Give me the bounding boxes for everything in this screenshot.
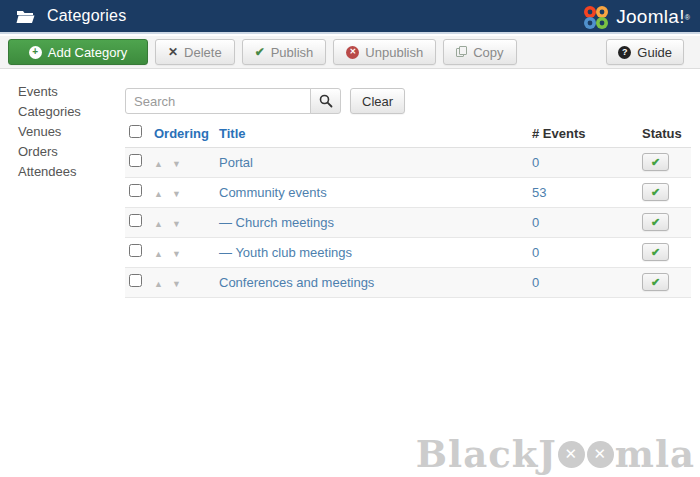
logo-trademark: ® [685,14,690,21]
watermark-text-prefix: BlackJ [416,432,557,476]
watermark-o-icon: ✕ [558,441,585,468]
check-icon: ✔ [651,217,660,228]
toolbar: + Add Category ✕ Delete ✔ Publish ✕ Unpu… [0,36,700,69]
move-up-icon[interactable]: ▲ [154,160,163,169]
table-row: ▲▼ Conferences and meetings 0 ✔ [125,267,691,297]
top-header-bar: Categories Joomla!® [0,0,700,34]
blackjoomla-watermark: BlackJ✕✕mla [416,432,695,476]
status-column-header: Status [638,120,691,147]
copy-button[interactable]: Copy [443,39,516,65]
unpublish-button[interactable]: ✕ Unpublish [333,39,436,65]
row-select-checkbox[interactable] [129,184,142,197]
move-up-icon[interactable]: ▲ [154,190,163,199]
table-row: ▲▼ Community events 53 ✔ [125,177,691,207]
event-count-link[interactable]: 0 [532,275,539,290]
watermark-o-icon: ✕ [587,441,614,468]
unpublish-circle-x-icon: ✕ [346,46,359,59]
sort-ordering-link[interactable]: Ordering [154,126,209,141]
status-published-button[interactable]: ✔ [642,213,669,231]
guide-button[interactable]: ? Guide [606,39,684,65]
row-select-checkbox[interactable] [129,244,142,257]
row-select-checkbox[interactable] [129,154,142,167]
watermark-text-suffix: mla [615,432,695,476]
sidebar-nav: Events Categories Venues Orders Attendee… [18,82,118,182]
add-category-button[interactable]: + Add Category [8,39,148,65]
event-count-link[interactable]: 0 [532,215,539,230]
sidebar-item-venues[interactable]: Venues [18,122,118,142]
joomla-logo: Joomla!® [581,0,690,34]
table-row: ▲▼ Portal 0 ✔ [125,147,691,177]
add-category-label: Add Category [48,45,128,60]
sidebar-item-events[interactable]: Events [18,82,118,102]
categories-table: Ordering Title # Events Status ▲▼ Portal… [125,120,691,298]
search-submit-button[interactable] [310,88,341,114]
row-select-checkbox[interactable] [129,214,142,227]
delete-label: Delete [184,45,222,60]
check-icon: ✔ [651,187,660,198]
main-content: Clear Ordering Title # Events Status ▲▼ … [125,88,691,298]
table-header-row: Ordering Title # Events Status [125,120,691,147]
move-down-icon[interactable]: ▼ [172,190,181,199]
copy-label: Copy [473,45,503,60]
move-down-icon[interactable]: ▼ [172,160,181,169]
page-title: Categories [47,7,126,25]
sidebar-item-orders[interactable]: Orders [18,142,118,162]
check-icon: ✔ [651,157,660,168]
status-published-button[interactable]: ✔ [642,243,669,261]
sidebar-item-categories[interactable]: Categories [18,102,118,122]
joomla-logo-icon [581,4,611,30]
move-down-icon[interactable]: ▼ [172,280,181,289]
select-all-checkbox[interactable] [129,125,142,138]
publish-check-icon: ✔ [255,45,265,59]
category-title-link[interactable]: — Youth club meetings [219,245,352,260]
status-published-button[interactable]: ✔ [642,153,669,171]
check-icon: ✔ [651,247,660,258]
delete-button[interactable]: ✕ Delete [155,39,235,65]
table-row: ▲▼ — Church meetings 0 ✔ [125,207,691,237]
plus-circle-icon: + [29,46,42,59]
unpublish-label: Unpublish [365,45,423,60]
search-bar: Clear [125,88,691,114]
category-title-link[interactable]: Community events [219,185,327,200]
move-down-icon[interactable]: ▼ [172,220,181,229]
delete-x-icon: ✕ [168,45,178,59]
status-published-button[interactable]: ✔ [642,273,669,291]
move-up-icon[interactable]: ▲ [154,220,163,229]
row-select-checkbox[interactable] [129,274,142,287]
search-icon [319,94,333,108]
status-published-button[interactable]: ✔ [642,183,669,201]
clear-button[interactable]: Clear [350,88,405,114]
copy-icon [456,46,467,58]
publish-button[interactable]: ✔ Publish [242,39,327,65]
category-title-link[interactable]: Conferences and meetings [219,275,374,290]
table-row: ▲▼ — Youth club meetings 0 ✔ [125,237,691,267]
search-input[interactable] [125,88,311,114]
event-count-link[interactable]: 0 [532,155,539,170]
sidebar-item-attendees[interactable]: Attendees [18,162,118,182]
folder-icon [16,9,35,24]
guide-label: Guide [637,45,672,60]
joomla-logo-text: Joomla! [616,6,685,28]
category-title-link[interactable]: Portal [219,155,253,170]
move-up-icon[interactable]: ▲ [154,250,163,259]
event-count-link[interactable]: 53 [532,185,546,200]
clear-label: Clear [362,94,393,109]
event-count-link[interactable]: 0 [532,245,539,260]
category-title-link[interactable]: — Church meetings [219,215,334,230]
move-down-icon[interactable]: ▼ [172,250,181,259]
events-column-header: # Events [528,120,638,147]
publish-label: Publish [271,45,314,60]
question-circle-icon: ? [618,46,631,59]
move-up-icon[interactable]: ▲ [154,280,163,289]
check-icon: ✔ [651,277,660,288]
sort-title-link[interactable]: Title [219,126,246,141]
